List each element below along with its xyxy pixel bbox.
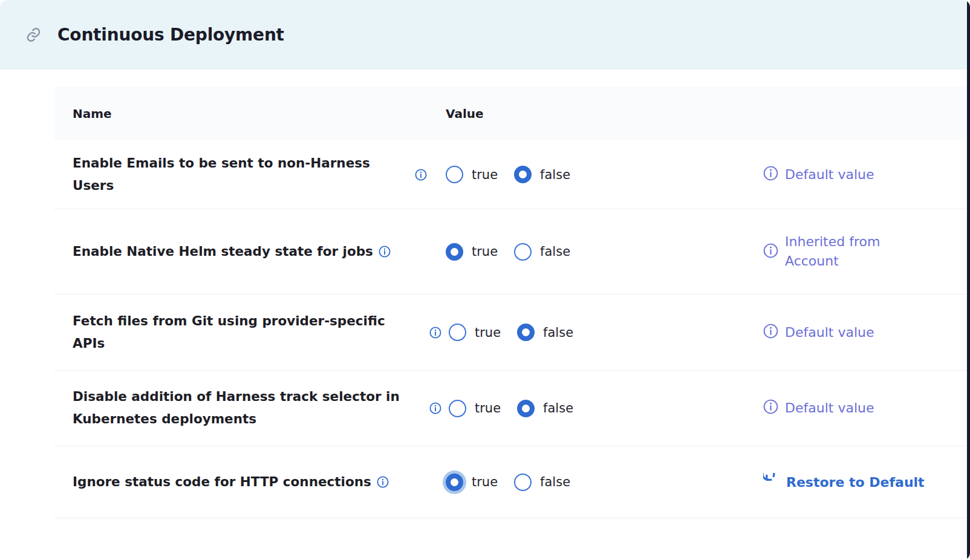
radio-true-label[interactable]: true xyxy=(472,244,498,259)
radio-true[interactable]: true xyxy=(446,474,498,491)
status-label[interactable]: Default value xyxy=(785,165,874,184)
radio-true-label[interactable]: true xyxy=(472,475,498,489)
settings-table: Name Value Enable Emails to be sent to n… xyxy=(54,86,966,518)
radio-false-dot[interactable] xyxy=(514,474,532,491)
viewport-edge xyxy=(967,0,970,560)
setting-value-cell: true false xyxy=(429,400,744,417)
setting-name-cell: Enable Native Helm steady state for jobs xyxy=(73,241,429,263)
setting-name-cell: Enable Emails to be sent to non-Harness … xyxy=(73,152,429,197)
radio-true-dot[interactable] xyxy=(446,243,463,261)
radio-false-dot[interactable] xyxy=(514,166,532,183)
section-header: Continuous Deployment xyxy=(0,0,970,70)
setting-name-cell: Fetch files from Git using provider-spec… xyxy=(73,310,429,355)
radio-true-dot[interactable] xyxy=(449,400,466,417)
info-icon[interactable] xyxy=(763,243,778,261)
radio-false-label[interactable]: false xyxy=(540,168,570,182)
radio-false-label[interactable]: false xyxy=(540,475,570,489)
status-label[interactable]: Default value xyxy=(785,323,874,342)
settings-screen: Continuous Deployment Name Value Enable … xyxy=(0,0,970,560)
info-icon[interactable] xyxy=(379,246,391,258)
setting-value-cell: true false xyxy=(429,243,744,261)
radio-true-dot[interactable] xyxy=(446,166,463,183)
radio-true[interactable]: true xyxy=(449,400,501,417)
setting-name-label: Enable Native Helm steady state for jobs xyxy=(73,241,373,263)
setting-row: Enable Native Helm steady state for jobs… xyxy=(54,209,966,295)
info-icon[interactable] xyxy=(763,166,778,183)
info-icon[interactable] xyxy=(429,327,441,339)
setting-row: Disable addition of Harness track select… xyxy=(54,371,966,446)
setting-status-cell: Inherited from Account xyxy=(744,232,966,271)
radio-true-label[interactable]: true xyxy=(475,325,501,340)
setting-status-cell: Default value xyxy=(744,323,966,342)
info-icon[interactable] xyxy=(377,476,389,488)
setting-name-label: Enable Emails to be sent to non-Harness … xyxy=(73,152,409,197)
setting-name-label: Ignore status code for HTTP connections xyxy=(73,471,371,493)
setting-name-label: Disable addition of Harness track select… xyxy=(73,386,402,431)
radio-true-label[interactable]: true xyxy=(475,401,501,415)
radio-false-dot[interactable] xyxy=(514,243,532,261)
info-icon[interactable] xyxy=(429,402,441,414)
setting-name-cell: Disable addition of Harness track select… xyxy=(73,386,429,431)
radio-false-label[interactable]: false xyxy=(543,401,573,415)
info-icon[interactable] xyxy=(415,169,427,181)
page-title: Continuous Deployment xyxy=(57,25,284,45)
radio-false-dot[interactable] xyxy=(517,324,535,341)
radio-false[interactable]: false xyxy=(517,400,573,417)
column-header-value: Value xyxy=(429,106,484,121)
column-header-name: Name xyxy=(73,106,429,121)
setting-status-cell: Default value xyxy=(744,399,966,418)
radio-true[interactable]: true xyxy=(449,324,501,341)
setting-row: Enable Emails to be sent to non-Harness … xyxy=(54,140,966,209)
radio-true-label[interactable]: true xyxy=(472,168,498,182)
setting-name-cell: Ignore status code for HTTP connections xyxy=(73,471,429,493)
setting-name-label: Fetch files from Git using provider-spec… xyxy=(73,310,402,355)
setting-status-cell: Default value xyxy=(744,165,966,184)
setting-row: Ignore status code for HTTP connections … xyxy=(54,446,966,518)
setting-value-cell: true false xyxy=(429,166,744,183)
radio-false[interactable]: false xyxy=(517,324,573,341)
radio-true-dot[interactable] xyxy=(449,324,466,341)
table-header-row: Name Value xyxy=(54,86,966,140)
setting-row: Fetch files from Git using provider-spec… xyxy=(54,295,966,371)
status-label[interactable]: Restore to Default xyxy=(786,475,925,490)
radio-true-dot[interactable] xyxy=(446,474,463,491)
setting-value-cell: true false xyxy=(429,324,744,341)
status-label[interactable]: Default value xyxy=(785,399,874,418)
radio-false-dot[interactable] xyxy=(517,400,535,417)
radio-false-label[interactable]: false xyxy=(543,325,573,340)
radio-true[interactable]: true xyxy=(446,243,498,261)
restore-icon[interactable] xyxy=(763,473,780,492)
status-label[interactable]: Inherited from Account xyxy=(785,232,906,271)
radio-false[interactable]: false xyxy=(514,474,570,491)
radio-false[interactable]: false xyxy=(514,166,570,183)
radio-false[interactable]: false xyxy=(514,243,570,261)
radio-false-label[interactable]: false xyxy=(540,244,570,259)
radio-true[interactable]: true xyxy=(446,166,498,183)
setting-value-cell: true false xyxy=(429,474,744,491)
setting-status-cell: Restore to Default xyxy=(744,473,966,492)
info-icon[interactable] xyxy=(763,324,778,341)
info-icon[interactable] xyxy=(763,399,778,417)
link-icon[interactable] xyxy=(25,27,42,43)
